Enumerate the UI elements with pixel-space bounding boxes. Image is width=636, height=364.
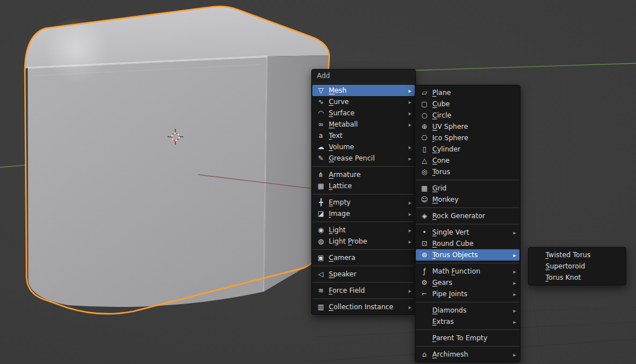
camera-icon: ▣ [316, 254, 325, 262]
submenu-arrow-icon: ▸ [511, 291, 516, 297]
menu-item-ico-sphere[interactable]: ⎔ Ico Sphere [416, 132, 519, 144]
menu-separator [416, 346, 519, 346]
submenu-arrow-icon: ▸ [511, 268, 516, 275]
light-probe-icon: ◍ [316, 237, 325, 245]
menu-item-twisted-torus[interactable]: Twisted Torus [529, 249, 625, 261]
menu-separator [312, 298, 415, 299]
menu-item-image[interactable]: ◪ Image ▸ [312, 208, 415, 219]
force-field-icon: ≋ [316, 287, 325, 294]
menu-item-text[interactable]: a Text [312, 130, 415, 141]
menu-item-gears[interactable]: ⚙ Gears ▸ [416, 277, 519, 288]
menu-item-cone[interactable]: △ Cone [416, 155, 519, 166]
empty-icon: ╋ [316, 198, 325, 206]
menu-separator [416, 207, 519, 208]
menu-item-cylinder[interactable]: ▯ Cylinder [416, 144, 519, 155]
curve-icon: ∿ [316, 98, 325, 106]
menu-separator [416, 180, 519, 180]
single-vert-icon: • [420, 228, 429, 236]
archimesh-icon: ⌂ [420, 350, 429, 358]
rock-generator-icon: ◈ [420, 212, 429, 220]
ico-sphere-icon: ⎔ [420, 134, 429, 142]
cone-icon: △ [420, 157, 429, 164]
submenu-arrow-icon: ▸ [511, 352, 516, 358]
menu-separator [312, 266, 415, 266]
menu-item-circle[interactable]: ○ Circle [416, 110, 519, 121]
torus-objects-icon: ⊚ [420, 251, 429, 259]
submenu-arrow-icon: ▸ [511, 319, 516, 325]
volume-icon: ☁ [316, 143, 325, 151]
menu-item-speaker[interactable]: ◁ Speaker [312, 268, 415, 280]
menu-item-curve[interactable]: ∿ Curve ▸ [312, 96, 415, 107]
torus-icon: ◎ [420, 168, 429, 176]
menu-item-cube[interactable]: ▢ Cube [416, 98, 519, 110]
menu-item-mesh[interactable]: ▽ Mesh ▸ [312, 85, 415, 96]
submenu-arrow-icon: ▸ [406, 144, 411, 150]
submenu-arrow-icon: ▸ [406, 200, 411, 206]
menu-item-rock-generator[interactable]: ◈ Rock Generator [416, 210, 519, 222]
menu-item-single-vert[interactable]: • Single Vert ▸ [416, 227, 519, 238]
menu-separator [416, 302, 519, 302]
menu-item-diamonds[interactable]: Diamonds ▸ [416, 305, 519, 316]
menu-item-force-field[interactable]: ≋ Force Field ▸ [312, 285, 415, 296]
image-icon: ◪ [316, 210, 325, 218]
menu-item-parent-to-empty[interactable]: Parent To Empty [416, 332, 519, 344]
menu-item-light[interactable]: ◉ Light ▸ [312, 224, 415, 236]
round-cube-icon: ⊡ [420, 240, 429, 248]
menu-separator [416, 224, 519, 224]
menu-item-round-cube[interactable]: ⊡ Round Cube [416, 238, 519, 249]
menu-item-armature[interactable]: ⋔ Armature [312, 169, 415, 180]
lattice-icon: ▦ [316, 182, 325, 190]
monkey-icon: ☺ [420, 196, 429, 203]
metaball-icon: ∞ [316, 120, 325, 128]
submenu-arrow-icon: ▸ [406, 239, 411, 245]
submenu-arrow-icon: ▸ [406, 88, 411, 94]
menu-item-math-function[interactable]: ƒ Math Function ▸ [416, 266, 519, 277]
menu-item-supertoroid[interactable]: Supertoroid [529, 261, 625, 272]
submenu-arrow-icon: ▸ [406, 99, 411, 105]
cube-front-face [28, 57, 267, 307]
menu-item-plane[interactable]: ▱ Plane [416, 87, 519, 98]
submenu-arrow-icon: ▸ [406, 155, 411, 162]
pipe-joints-icon: ⌐ [420, 290, 429, 298]
menu-item-uv-sphere[interactable]: ⊕ UV Sphere [416, 121, 519, 132]
text-icon: a [316, 132, 325, 140]
menu-item-grid[interactable]: ▦ Grid [416, 183, 519, 194]
mesh-submenu: ▱ Plane ▢ Cube ○ Circle ⊕ UV Sphere ⎔ [415, 85, 521, 362]
submenu-arrow-icon: ▸ [406, 110, 411, 116]
menu-item-metaball[interactable]: ∞ Metaball ▸ [312, 119, 415, 130]
collection-instance-icon: ▥ [316, 303, 325, 311]
menu-item-monkey[interactable]: ☺ Monkey [416, 194, 519, 205]
menu-item-extras[interactable]: Extras ▸ [416, 316, 519, 327]
menu-item-pipe-joints[interactable]: ⌐ Pipe Joints ▸ [416, 288, 519, 300]
menu-item-collection-instance[interactable]: ▥ Collection Instance ▸ [312, 301, 415, 313]
grease-pencil-icon: ✎ [316, 154, 325, 162]
menu-item-lattice[interactable]: ▦ Lattice [312, 180, 415, 192]
circle-icon: ○ [420, 111, 429, 119]
uv-sphere-icon: ⊕ [420, 123, 429, 131]
menu-item-empty[interactable]: ╋ Empty ▸ [312, 197, 415, 208]
menu-separator [312, 166, 415, 167]
blender-3d-viewport: Add ▽ Mesh ▸ ∿ Curve ▸ ◠ Surface ▸ ∞ Met… [0, 0, 636, 364]
menu-item-archimesh[interactable]: ⌂ Archimesh ▸ [416, 349, 519, 360]
torus-objects-submenu: Twisted Torus Supertoroid Torus Knot [528, 247, 626, 285]
speaker-icon: ◁ [316, 270, 325, 278]
menu-separator [416, 263, 519, 263]
selected-cube-object[interactable] [25, 6, 329, 314]
menu-item-light-probe[interactable]: ◍ Light Probe ▸ [312, 236, 415, 247]
submenu-arrow-icon: ▸ [511, 229, 516, 236]
menu-item-volume[interactable]: ☁ Volume ▸ [312, 141, 415, 153]
menu-item-torus-objects[interactable]: ⊚ Torus Objects ▸ [416, 249, 519, 261]
mesh-icon: ▽ [316, 86, 325, 94]
menu-item-grease-pencil[interactable]: ✎ Grease Pencil ▸ [312, 153, 415, 164]
menu-separator [312, 282, 415, 283]
menu-item-surface[interactable]: ◠ Surface ▸ [312, 107, 415, 119]
menu-item-camera[interactable]: ▣ Camera [312, 252, 415, 263]
submenu-arrow-icon: ▸ [511, 307, 516, 314]
menu-item-torus-knot[interactable]: Torus Knot [529, 272, 625, 283]
submenu-arrow-icon: ▸ [406, 122, 411, 128]
menu-separator [312, 194, 415, 194]
add-menu-title: Add [312, 70, 415, 83]
menu-item-torus[interactable]: ◎ Torus [416, 166, 519, 177]
gears-icon: ⚙ [420, 279, 429, 287]
menu-separator [416, 330, 519, 330]
